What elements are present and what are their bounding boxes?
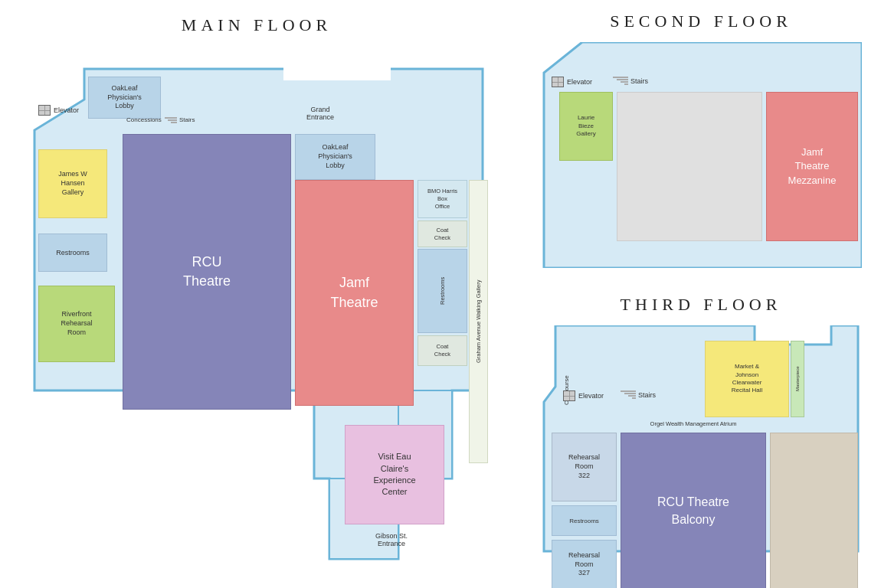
elevator-second: Elevator [552,77,592,87]
restrooms-right: Restrooms [418,249,467,333]
second-floor: SECOND FLOOR Elevator Stairs Laurie Biez… [536,8,866,279]
jamf-theatre-main: Jamf Theatre [295,180,414,406]
stairs-third: Stairs [621,390,656,399]
stairs-icon-third [621,390,636,399]
svg-rect-1 [283,69,391,80]
elevator-icon-second [552,77,564,87]
oakleaf-lobby-right: OakLeaf Physician's Lobby [295,134,375,180]
third-floor: THIRD FLOOR Concourse Elevator Stairs Ma… [536,291,866,582]
coat-check-bottom: Coat Check [418,335,467,366]
laurie-bieze-gallery: Laurie Bieze Gallery [559,92,613,161]
masterpiece-strip: Masterpiece [791,341,804,417]
bmo-box-office: BMO Harris Box Office [418,180,467,218]
concessions-label: Concessions [126,116,162,123]
jamf-mezzanine: Jamf Theatre Mezzanine [766,92,858,241]
market-johnson-recital-hall: Market & Johnson Clearwater Recital Hall [705,341,789,417]
third-floor-right-area [770,433,858,588]
riverfront-rehearsal-room: Riverfront Rehearsal Room [38,286,115,362]
third-floor-title: THIRD FLOOR [621,295,782,315]
svg-marker-2 [283,65,391,80]
elevator-third: Elevator [563,390,604,401]
oakleaf-lobby-topleft: OakLeaf Physician's Lobby [88,77,161,119]
rcu-theatre-balcony: RCU Theatre Balcony [621,433,766,588]
coat-check-top: Coat Check [418,220,467,247]
second-floor-title: SECOND FLOOR [610,11,792,31]
stairs-main: Stairs [165,116,195,123]
james-hansen-gallery: James W Hansen Gallery [38,149,107,218]
visit-ec-center: Visit Eau Claire's Experience Center [345,425,444,524]
rcu-theatre: RCU Theatre [123,134,291,410]
rehearsal-room-327: Rehearsal Room 327 [552,540,617,588]
main-floor-title: MAIN FLOOR [182,15,332,35]
gibson-entrance-label: Gibson St. Entrance [375,532,408,547]
graham-ave-gallery: Graham Avenue Walking Gallery [469,180,488,463]
stairs-second: Stairs [613,77,648,85]
restrooms-third: Restrooms [552,505,617,536]
orgel-atrium: Orgel Wealth Management Atrium [578,417,808,430]
stairs-icon [165,117,177,123]
elevator-icon [38,105,51,116]
grand-entrance-label: Grand Entrance [306,106,334,121]
rehearsal-room-322: Rehearsal Room 322 [552,433,617,501]
elevator-main: Elevator [38,105,79,116]
restrooms-left: Restrooms [38,234,107,272]
stairs-icon-second [613,77,628,85]
main-floor: MAIN FLOOR Grand Entrance OakLeaf Physic… [23,8,490,574]
elevator-icon-third [563,390,575,401]
second-floor-lobby-area [617,92,762,241]
